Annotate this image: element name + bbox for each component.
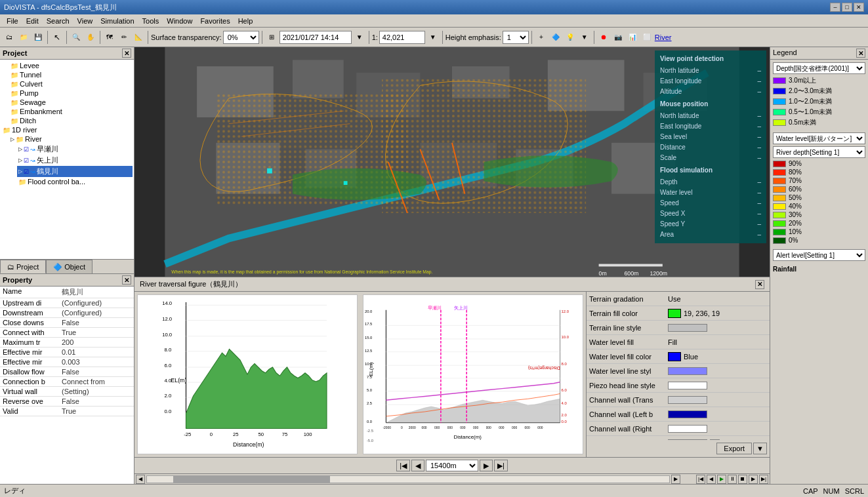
horizontal-scrolltrack[interactable]	[146, 475, 670, 483]
menu-search[interactable]: Search	[43, 16, 73, 26]
media-stop[interactable]: ⏹	[738, 475, 747, 484]
toolbar-bulb[interactable]: 💡	[564, 30, 577, 45]
toolbar-cam[interactable]: 📷	[611, 30, 625, 45]
menu-favorites[interactable]: Favorites	[196, 16, 234, 26]
tree-hayasegawa[interactable]: ▷ ☑ ↝ 早瀬川	[17, 144, 133, 155]
tab-project[interactable]: 🗂 Project	[0, 260, 46, 273]
menu-edit[interactable]: Edit	[22, 16, 43, 26]
tree-pump[interactable]: 📁 Pump	[9, 89, 133, 98]
menu-file[interactable]: File	[3, 16, 22, 26]
mouse-east-label: East longitude	[660, 121, 701, 132]
transparency-select[interactable]: 0%	[223, 31, 259, 44]
legend-alert-select[interactable]: Alert level[Setting 1]	[773, 249, 865, 261]
terrain-line-swatch[interactable]	[668, 324, 707, 332]
water-line-swatch[interactable]	[668, 367, 707, 375]
svg-text:6.0: 6.0	[562, 388, 568, 392]
menu-tools[interactable]: Tools	[138, 16, 163, 26]
check-icon: ☑	[24, 146, 29, 153]
tree-culvert[interactable]: 📁 Culvert	[9, 79, 133, 89]
height-select[interactable]: 1	[503, 31, 529, 44]
menu-simulation[interactable]: Simulation	[96, 16, 138, 26]
toolbar-layers[interactable]: 🔷	[549, 30, 562, 45]
toolbar-plus[interactable]: +	[535, 30, 548, 45]
tree-tunnel-label: Tunnel	[20, 71, 41, 79]
tree-ditch[interactable]: 📁 Ditch	[9, 116, 133, 125]
toolbar-map[interactable]: 🗺	[103, 30, 116, 45]
media-next[interactable]: ▶	[749, 475, 758, 484]
toolbar-sep8	[531, 31, 532, 44]
distance-row: Distance –	[660, 142, 761, 153]
map-area[interactable]: 0m 600m 1200m When this map is made, it …	[134, 47, 770, 277]
toolbar-save[interactable]: 💾	[31, 30, 45, 45]
toolbar-ruler[interactable]: 📐	[132, 30, 145, 45]
nav-prev[interactable]: ◀	[411, 460, 424, 471]
legend-water-select[interactable]: Water level[新規パターン]	[773, 132, 865, 144]
menu-window[interactable]: Window	[163, 16, 196, 26]
tree-tunnel[interactable]: 📁 Tunnel	[9, 70, 133, 79]
media-begin[interactable]: |◀	[696, 475, 705, 484]
horizontal-scrollthumb[interactable]	[173, 476, 330, 483]
tree-river[interactable]: ▷ 📁 River	[9, 134, 133, 144]
scale-dropdown[interactable]: ▼	[426, 30, 440, 45]
media-end[interactable]: ▶|	[759, 475, 768, 484]
nav-next[interactable]: ▶	[480, 460, 493, 471]
toolbar-dropdown2[interactable]: ▼	[578, 30, 591, 45]
scroll-left-btn[interactable]: ◀	[136, 475, 145, 484]
legend-river-select[interactable]: River depth[Setting 1]	[773, 146, 865, 158]
terrain-fill-color-swatch[interactable]	[668, 309, 681, 318]
export-dropdown-button[interactable]: ▼	[753, 443, 767, 454]
export-button[interactable]: Export	[716, 443, 752, 454]
property-close[interactable]: ✕	[122, 275, 131, 285]
mouse-east-value: –	[757, 121, 761, 132]
toolbar-pencil[interactable]: ✏	[117, 30, 131, 45]
tree-1driver[interactable]: 📁 1D river	[1, 125, 133, 134]
project-close[interactable]: ✕	[122, 49, 131, 58]
prop-closedowns-label: Close downs	[3, 319, 62, 327]
legend-label-3m: 3.0m以上	[789, 76, 816, 85]
nav-last[interactable]: ▶|	[494, 460, 508, 471]
toolbar-pan[interactable]: ✋	[84, 30, 97, 45]
menu-view[interactable]: View	[73, 16, 97, 26]
close-button[interactable]: ✕	[854, 3, 864, 12]
datetime-input[interactable]: 2021/01/27 14:14	[279, 31, 352, 44]
tree-flood[interactable]: 📁 Flood control ba...	[17, 177, 133, 186]
toolbar-record[interactable]: ⏺	[597, 30, 610, 45]
property-panel: Property ✕ Name 鶴見川 Upstream di (Configu…	[0, 274, 134, 484]
channel-trans-swatch[interactable]	[668, 396, 707, 404]
toolbar-select[interactable]: ↖	[51, 30, 64, 45]
tree-yagamigawa[interactable]: ▷ ☑ ↝ 矢上川	[17, 155, 133, 166]
toolbar-grid[interactable]: ⊞	[265, 30, 278, 45]
nav-position-select[interactable]: 15400m	[426, 460, 478, 471]
channel-right-swatch[interactable]	[668, 425, 707, 433]
svg-text:0.0: 0.0	[562, 420, 568, 424]
toolbar-extra[interactable]: ⬜	[640, 30, 653, 45]
toolbar-chart[interactable]: 📊	[626, 30, 639, 45]
tab-object[interactable]: 🔷 Object	[46, 260, 93, 273]
media-pause[interactable]: ⏸	[728, 475, 737, 484]
tree-levee[interactable]: 📁 Levee	[9, 61, 133, 70]
tree-embankment[interactable]: 📁 Embankment	[9, 107, 133, 116]
channel-left-swatch[interactable]	[668, 410, 707, 418]
toolbar-open[interactable]: 📁	[17, 30, 30, 45]
legend-river-color-30	[773, 212, 786, 218]
tree-tsurumigawa[interactable]: ▷ ☑ ↝ 鶴見川	[17, 166, 133, 177]
settings-water-fill-color: Water level fill color Blue	[587, 349, 770, 364]
media-play[interactable]: ▶	[717, 475, 726, 484]
tree-sewage[interactable]: 📁 Sewage	[9, 98, 133, 107]
river-panel-close[interactable]: ✕	[755, 280, 764, 289]
piezo-swatch[interactable]	[668, 382, 707, 389]
scale-input[interactable]	[379, 31, 425, 44]
nav-first[interactable]: |◀	[396, 460, 410, 471]
minimize-button[interactable]: –	[830, 3, 840, 12]
water-fill-color-swatch[interactable]	[668, 352, 681, 361]
media-prev[interactable]: ◀	[707, 475, 716, 484]
legend-depth-select[interactable]: Depth[国交省標準(2001)]	[773, 62, 865, 74]
toolbar-zoom[interactable]: 🔍	[70, 30, 83, 45]
datetime-dropdown[interactable]: ▼	[353, 30, 366, 45]
maximize-button[interactable]: □	[842, 3, 852, 12]
toolbar-new[interactable]: 🗂	[3, 30, 16, 45]
scroll-right-btn[interactable]: ▶	[671, 475, 680, 484]
legend-close[interactable]: ✕	[856, 49, 865, 58]
menu-help[interactable]: Help	[234, 16, 257, 26]
legend-color-0m	[773, 119, 786, 126]
